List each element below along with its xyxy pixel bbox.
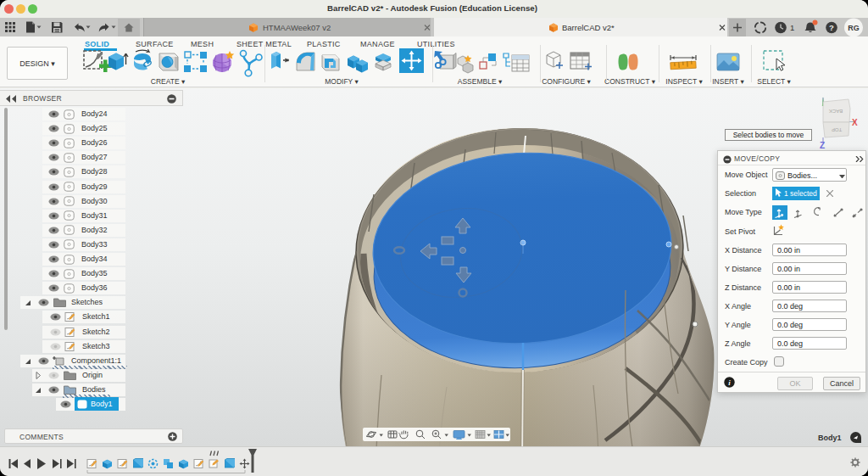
svg-text:X: X (852, 118, 858, 127)
svg-text:BACK: BACK (829, 109, 843, 114)
svg-text:TOP: TOP (832, 127, 842, 132)
svg-text:?: ? (829, 23, 834, 32)
svg-text:1: 1 (790, 23, 794, 32)
svg-text:HTMAAWeek07 v2: HTMAAWeek07 v2 (263, 23, 331, 32)
svg-text:RG: RG (848, 24, 860, 32)
svg-text:Z: Z (820, 141, 825, 150)
svg-text:BarrelCAD v2*: BarrelCAD v2* (562, 23, 615, 32)
